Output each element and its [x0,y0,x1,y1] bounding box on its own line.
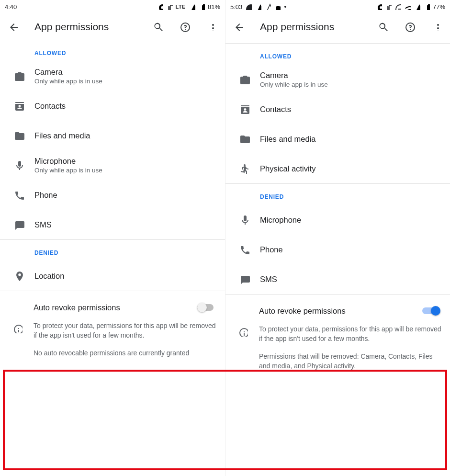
perm-subtitle: Only while app is in use [34,78,217,85]
more-icon [432,23,441,31]
section-denied-label: DENIED [225,184,450,205]
help-button[interactable] [175,17,194,36]
more-icon [207,23,216,31]
screenshot-right: 5:03 77% App permissions [225,0,450,476]
more-notifications-icon [284,6,286,8]
perm-title: Phone [34,191,217,200]
auto-revoke-extra: Permissions that will be removed: Camera… [234,344,441,371]
location-status-icon [157,3,163,10]
phone-icon [14,190,24,200]
search-button[interactable] [373,17,393,36]
perm-row-microphone[interactable]: Microphone [225,205,450,235]
location-icon [14,271,24,281]
dnd-icon [394,3,401,10]
auto-revoke-block: Auto revoke permissions To protect your … [225,295,450,379]
battery-icon [198,3,205,10]
status-bar: 4:40 LTE 81% [0,0,225,13]
auto-revoke-title: Auto revoke permissions [259,306,422,316]
gesture-nav-bar [0,463,225,476]
perm-title: Microphone [260,215,442,225]
perm-row-sms[interactable]: SMS [0,210,225,239]
overflow-button[interactable] [202,17,221,36]
perm-row-files[interactable]: Files and media [0,121,225,150]
auto-revoke-desc: To protect your data, permissions for th… [34,321,216,340]
status-time: 4:40 [5,3,17,11]
perm-title: Files and media [34,131,217,140]
perm-row-contacts[interactable]: Contacts [0,91,225,121]
perm-row-files[interactable]: Files and media [225,124,450,154]
page-title: App permissions [260,21,366,33]
folder-icon [14,130,24,141]
status-bar: 5:03 77% [225,0,450,13]
contacts-icon [14,101,24,111]
battery-text: 77% [433,3,445,11]
search-icon [153,22,163,32]
perm-row-camera[interactable]: Camera Only while app is in use [0,61,225,91]
info-icon [13,324,22,333]
network-label: LTE [176,4,186,10]
battery-text: 81% [208,3,220,11]
search-button[interactable] [148,17,168,36]
perm-row-microphone[interactable]: Microphone Only while app is in use [0,150,225,180]
auto-revoke-toggle[interactable] [197,302,216,313]
contacts-icon [239,104,250,114]
perm-row-camera[interactable]: Camera Only while app is in use [225,65,450,94]
perm-row-phone[interactable]: Phone [0,180,225,210]
app-bar: App permissions [0,13,225,40]
auto-revoke-extra: No auto revocable permissions are curren… [9,340,216,358]
perm-row-contacts[interactable]: Contacts [225,94,450,124]
heart-icon [274,3,281,10]
section-allowed-label: ALLOWED [225,44,450,65]
help-button[interactable] [400,17,419,36]
search-icon [378,22,388,32]
spotify-icon [245,3,252,10]
auto-revoke-toggle[interactable] [422,305,441,317]
info-icon [238,327,248,337]
section-allowed-label: ALLOWED [0,40,225,61]
folder-icon [239,134,250,144]
camera-icon [14,71,24,81]
perm-title: Microphone [34,157,217,166]
vibrate-icon [385,3,392,10]
auto-revoke-title: Auto revoke permissions [34,303,197,312]
perm-title: Contacts [34,102,217,111]
sms-icon [14,219,24,230]
perm-row-activity[interactable]: Physical activity [225,154,450,183]
perm-title: SMS [34,220,217,229]
microphone-icon [239,215,250,225]
nav-outline-icon [264,3,271,10]
section-denied-label: DENIED [0,240,225,261]
nav-icon [255,3,261,10]
perm-title: Files and media [260,135,442,144]
camera-icon [239,74,250,85]
perm-subtitle: Only while app is in use [34,167,217,174]
perm-row-sms[interactable]: SMS [225,264,450,294]
help-icon [405,22,415,32]
gesture-nav-bar [225,463,450,476]
microphone-icon [14,160,24,170]
vibrate-icon [166,3,173,10]
perm-title: SMS [260,275,442,284]
perm-title: Physical activity [260,164,442,173]
perm-title: Camera [34,68,217,77]
auto-revoke-desc: To protect your data, permissions for th… [259,324,441,344]
back-button[interactable] [4,17,23,36]
overflow-button[interactable] [427,17,446,36]
battery-icon [423,3,430,10]
sms-icon [239,274,250,284]
status-time: 5:03 [230,3,242,11]
phone-icon [239,244,250,255]
perm-title: Camera [260,71,442,80]
perm-subtitle: Only while app is in use [260,81,442,88]
signal-icon [189,3,195,10]
perm-row-phone[interactable]: Phone [225,235,450,264]
auto-revoke-block: Auto revoke permissions To protect your … [0,291,225,366]
back-button[interactable] [229,17,248,36]
perm-title: Contacts [260,105,442,114]
help-icon [180,22,190,32]
perm-row-location[interactable]: Location [0,261,225,291]
signal-icon [414,3,420,10]
perm-title: Phone [260,245,442,254]
perm-title: Location [34,272,217,281]
location-status-icon [375,3,382,10]
